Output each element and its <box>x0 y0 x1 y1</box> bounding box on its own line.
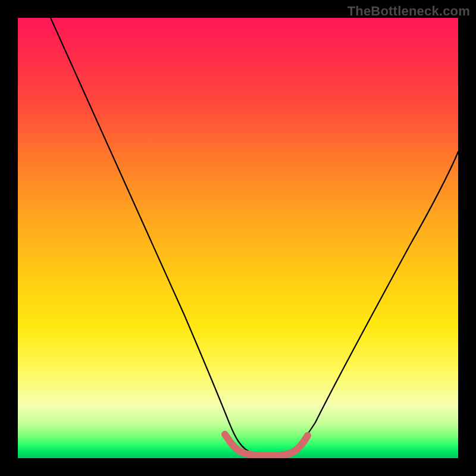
trough-highlight <box>225 434 308 456</box>
plot-area <box>18 18 458 458</box>
curves-svg <box>18 18 458 458</box>
watermark-text: TheBottleneck.com <box>347 4 470 19</box>
chart-stage: TheBottleneck.com <box>0 0 476 476</box>
bottleneck-curve <box>51 18 458 453</box>
